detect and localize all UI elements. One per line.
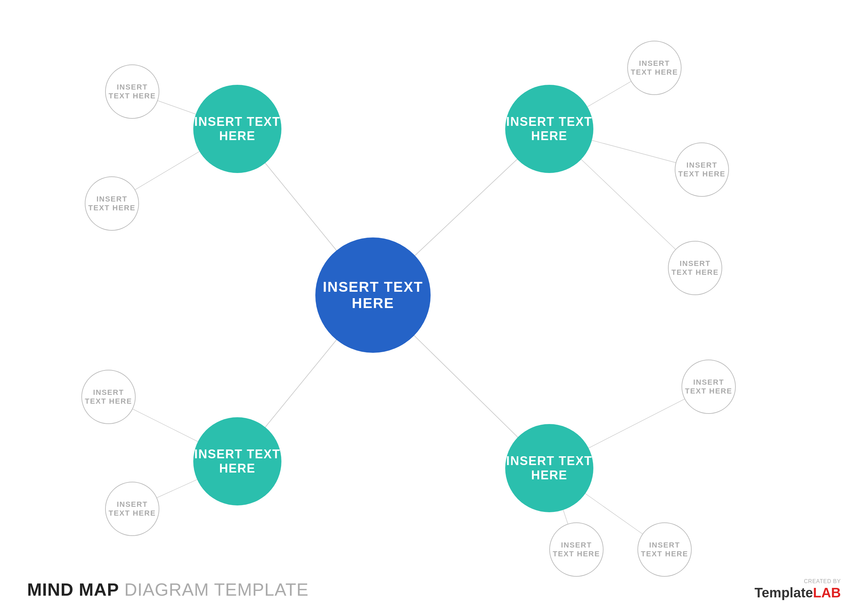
footer: MIND MAP DIAGRAM TEMPLATE CREATED BY Tem… <box>27 578 841 600</box>
main-node-bottom-right-text: INSERT TEXT HERE <box>505 454 594 482</box>
small-node-tl-2[interactable]: INSERT TEXT HERE <box>85 176 139 231</box>
main-node-bottom-left[interactable]: INSERT TEXT HERE <box>193 417 281 505</box>
small-node-tr-3[interactable]: INSERT TEXT HERE <box>668 241 722 295</box>
small-node-bl-2[interactable]: INSERT TEXT HERE <box>105 482 160 536</box>
small-node-tr-2[interactable]: INSERT TEXT HERE <box>675 143 729 197</box>
small-node-tr-3-text: INSERT TEXT HERE <box>669 259 722 277</box>
small-node-tl-1-text: INSERT TEXT HERE <box>106 83 159 100</box>
small-node-bl-1-text: INSERT TEXT HERE <box>82 388 135 406</box>
small-node-tr-2-text: INSERT TEXT HERE <box>676 161 728 179</box>
main-node-top-right[interactable]: INSERT TEXT HERE <box>505 85 594 173</box>
brand-normal: Template <box>755 585 813 600</box>
small-node-tr-1-text: INSERT TEXT HERE <box>628 59 681 77</box>
main-node-top-left-text: INSERT TEXT HERE <box>193 115 281 143</box>
center-node[interactable]: INSERT TEXT HERE <box>315 238 431 353</box>
footer-title-bold: MIND MAP <box>27 580 119 599</box>
brand-name: TemplateLAB <box>755 585 841 600</box>
footer-logo: CREATED BY TemplateLAB <box>755 578 841 600</box>
small-node-br-1[interactable]: INSERT TEXT HERE <box>682 359 736 414</box>
small-node-br-2[interactable]: INSERT TEXT HERE <box>549 522 603 577</box>
small-node-tr-1[interactable]: INSERT TEXT HERE <box>627 41 682 95</box>
small-node-bl-2-text: INSERT TEXT HERE <box>106 500 159 518</box>
small-node-br-2-text: INSERT TEXT HERE <box>550 541 603 558</box>
small-node-br-1-text: INSERT TEXT HERE <box>682 378 735 396</box>
small-node-tl-2-text: INSERT TEXT HERE <box>85 195 138 212</box>
small-node-tl-1[interactable]: INSERT TEXT HERE <box>105 64 160 119</box>
main-node-top-right-text: INSERT TEXT HERE <box>505 115 594 143</box>
brand-red: LAB <box>813 585 841 600</box>
main-node-top-left[interactable]: INSERT TEXT HERE <box>193 85 281 173</box>
center-node-text: INSERT TEXT HERE <box>315 279 431 311</box>
created-by-label: CREATED BY <box>804 578 841 584</box>
small-node-br-3[interactable]: INSERT TEXT HERE <box>637 522 692 577</box>
footer-title-light: DIAGRAM TEMPLATE <box>119 580 308 599</box>
footer-title: MIND MAP DIAGRAM TEMPLATE <box>27 580 308 600</box>
mind-map-canvas: INSERT TEXT HERE INSERT TEXT HERE INSERT… <box>0 0 868 614</box>
small-node-bl-1[interactable]: INSERT TEXT HERE <box>81 370 136 424</box>
small-node-br-3-text: INSERT TEXT HERE <box>638 541 691 558</box>
main-node-bottom-left-text: INSERT TEXT HERE <box>193 447 281 476</box>
main-node-bottom-right[interactable]: INSERT TEXT HERE <box>505 424 594 512</box>
